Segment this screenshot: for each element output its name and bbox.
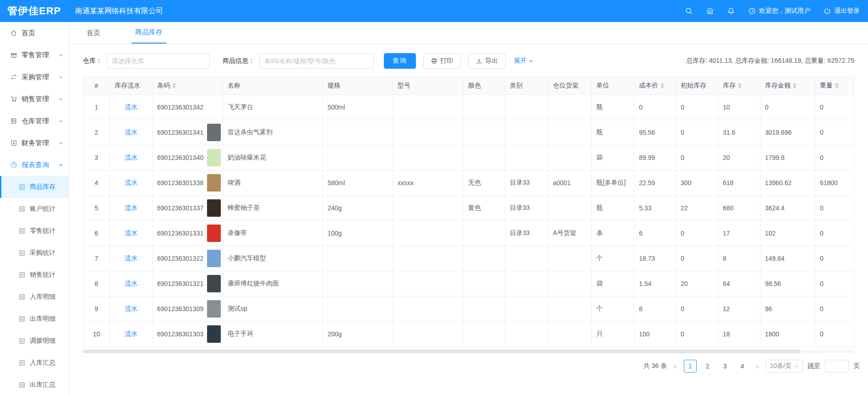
sidebar-item-label: 销售统计 [30,271,55,279]
flow-link[interactable]: 流水 [125,204,137,211]
sidebar-item-purchase-stats[interactable]: 采购统计 [0,242,69,264]
product-thumbnail[interactable] [207,300,221,318]
stock-amount: 13960.62 [760,170,815,196]
prev-page-button[interactable]: < [671,362,679,370]
sidebar-item-inbound-detail[interactable]: 入库明细 [0,286,69,308]
flow-link[interactable]: 流水 [125,330,137,337]
chevron-down-icon [58,75,63,80]
user-menu[interactable]: 欢迎您，测试用户 [748,7,810,15]
sidebar-item-retail[interactable]: 零售管理 [0,44,69,66]
color [464,246,505,271]
search-button[interactable]: 查询 [384,53,416,69]
sort-carets-icon[interactable] [172,83,176,88]
product-thumbnail[interactable] [207,325,221,343]
column-header: # [83,77,110,95]
export-button[interactable]: 导出 [468,53,506,69]
product-thumbnail[interactable] [207,124,221,141]
sidebar-item-label: 财务管理 [22,139,49,148]
flow-link[interactable]: 流水 [125,254,137,262]
sidebar-item-warehouse[interactable]: 仓库管理 [0,110,69,132]
category [505,145,548,170]
bell-icon[interactable] [727,7,735,15]
product-info-label: 商品信息： [223,57,255,65]
scrollbar-thumb[interactable] [83,350,800,353]
product-thumbnail[interactable] [207,174,221,192]
unit: 袋 [592,271,634,296]
welcome-text: 欢迎您，测试用户 [759,7,810,15]
flow-link[interactable]: 流水 [125,305,137,312]
flow-link[interactable]: 流水 [125,280,137,287]
sort-carets-icon[interactable] [835,83,839,88]
sidebar-item-inbound-summary[interactable]: 入库汇总 [0,352,69,374]
sidebar-item-sales-stats[interactable]: 销售统计 [0,264,69,286]
sort-carets-icon[interactable] [738,83,742,88]
jump-page-input[interactable] [825,360,849,373]
chevron-up-icon [58,163,63,168]
sidebar-item-goods-stock[interactable]: 商品库存 [0,176,69,198]
flow-link[interactable]: 流水 [125,128,137,136]
logout-button[interactable]: 退出登录 [823,7,860,15]
product-thumbnail[interactable] [207,225,221,242]
weight: 0 [815,145,854,170]
tab-goods-stock[interactable]: 商品库存 [131,28,166,44]
table-row: 6流水6901236301331录像带100g目录33A号货架条60171020 [83,221,854,246]
product-info-input[interactable] [259,53,374,69]
flow-link[interactable]: 流水 [125,154,137,161]
next-page-button[interactable]: > [753,362,761,370]
sidebar-item-sales[interactable]: 销售管理 [0,88,69,110]
row-index: 9 [83,296,110,322]
cost-price: 95.56 [634,120,676,145]
sidebar-item-purchase[interactable]: 采购管理 [0,66,69,88]
sort-carets-icon[interactable] [661,83,664,88]
sidebar-item-retail-stats[interactable]: 零售统计 [0,220,69,242]
sidebar-item-transfer-detail[interactable]: 调拨明细 [0,330,69,352]
page-button-4[interactable]: 4 [736,360,749,373]
cost-price: 100 [634,322,676,347]
weight: 0 [815,271,854,296]
sidebar-item-outbound-detail[interactable]: 出库明细 [0,308,69,330]
page-button-2[interactable]: 2 [701,360,714,373]
bank-icon[interactable] [706,7,714,15]
flow-link[interactable]: 流水 [125,179,137,186]
product-thumbnail[interactable] [207,199,221,217]
warehouse-select[interactable] [107,53,210,69]
column-header[interactable]: 库存金额 [760,77,815,95]
unit: 瓶 [592,95,634,120]
pagination: 共 36 条<1234>10条/页跳至页 [69,360,860,373]
page-button-3[interactable]: 3 [719,360,732,373]
product-thumbnail[interactable] [207,149,221,166]
sidebar-item-reports[interactable]: 报表查询 [0,154,69,176]
product-thumbnail[interactable] [207,250,221,267]
cost-price: 1.54 [634,271,676,296]
sidebar-item-home[interactable]: 首页 [0,22,69,44]
horizontal-scrollbar[interactable] [83,350,854,353]
sort-carets-icon[interactable] [793,83,797,88]
print-button[interactable]: 打印 [423,53,461,69]
model [393,296,464,322]
sidebar-item-outbound-summary[interactable]: 出库汇总 [0,374,69,395]
spec: 100g [323,221,393,246]
column-header[interactable]: 库存 [718,77,760,95]
flow-link[interactable]: 流水 [125,229,137,236]
unit: 条 [592,221,634,246]
spec [323,120,393,145]
search-icon[interactable] [685,7,693,15]
product-thumbnail[interactable] [207,275,221,292]
column-header[interactable]: 重量 [815,77,854,95]
doc-icon [18,227,26,235]
page-size-select[interactable]: 10条/页 [766,360,803,373]
sidebar-item-finance[interactable]: 财务管理 [0,132,69,154]
stock: 20 [718,145,760,170]
sidebar-item-label: 报表查询 [22,161,49,170]
column-header[interactable]: 成本价 [634,77,676,95]
color [464,271,505,296]
tab-home[interactable]: 首页 [83,29,104,44]
inventory-table-wrap: #库存流水条码名称规格型号颜色类别仓位货架单位成本价初始库存库存库存金额重量 1… [83,76,854,347]
spec [323,271,393,296]
page-button-1[interactable]: 1 [684,360,697,373]
flow-link[interactable]: 流水 [125,103,137,110]
expand-link[interactable]: 展开 [514,57,534,65]
sidebar-item-account-stats[interactable]: 账户统计 [0,198,69,220]
spec: 500ml [323,95,393,120]
column-header[interactable]: 条码 [153,77,223,95]
